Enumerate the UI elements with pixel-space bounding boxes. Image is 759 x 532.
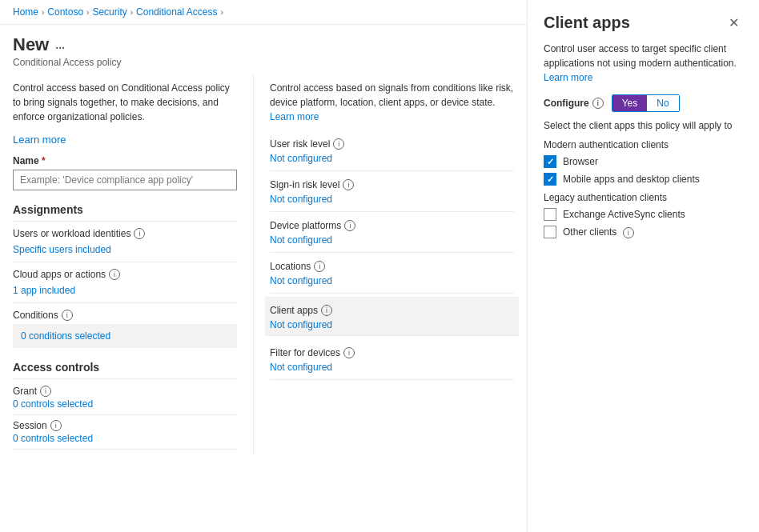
breadcrumb: Home › Contoso › Security › Conditional … <box>0 0 527 25</box>
sign-in-value[interactable]: Not configured <box>270 192 514 206</box>
sign-in-info-icon[interactable]: i <box>343 179 354 190</box>
page-header: New ... Conditional Access policy <box>0 25 527 74</box>
configure-row: Configure i Yes No <box>544 94 743 112</box>
cloud-apps-section: Cloud apps or actions i 1 app included <box>13 269 237 303</box>
left-column: Control access based on Conditional Acce… <box>13 74 253 454</box>
sign-in-label-text: Sign-in risk level <box>270 179 339 190</box>
device-platforms-row: Device platforms i Not configured <box>270 215 514 253</box>
cloud-value[interactable]: 1 app included <box>13 282 237 303</box>
users-info-icon[interactable]: i <box>134 228 145 239</box>
mobile-apps-checkbox[interactable] <box>544 173 556 186</box>
user-risk-info-icon[interactable]: i <box>333 138 344 150</box>
grant-row: Grant i 0 controls selected <box>13 386 237 415</box>
locations-label-text: Locations <box>270 261 311 272</box>
exchange-checkbox[interactable] <box>544 208 556 221</box>
mobile-apps-label: Mobile apps and desktop clients <box>563 174 700 185</box>
breadcrumb-sep-1: › <box>42 8 44 17</box>
apply-text: Select the client apps this policy will … <box>544 120 743 131</box>
configure-info-icon[interactable]: i <box>592 98 604 109</box>
device-platforms-label-text: Device platforms <box>270 220 341 231</box>
toggle-yes[interactable]: Yes <box>612 95 648 111</box>
device-platforms-value[interactable]: Not configured <box>270 233 514 247</box>
filter-label-text: Filter for devices <box>270 347 340 358</box>
checkbox-mobile-apps: Mobile apps and desktop clients <box>544 173 743 186</box>
breadcrumb-sep-2: › <box>86 8 89 17</box>
legacy-auth-group: Legacy authentication clients Exchange A… <box>544 192 743 238</box>
right-desc-text: Control access based on signals from con… <box>270 82 513 108</box>
filter-value[interactable]: Not configured <box>270 360 514 374</box>
legacy-auth-title: Legacy authentication clients <box>544 192 743 203</box>
conditions-value[interactable]: 0 conditions selected <box>21 330 229 342</box>
content-area: Control access based on Conditional Acce… <box>0 74 527 454</box>
locations-row: Locations i Not configured <box>270 256 514 294</box>
client-apps-label: Client apps i <box>270 300 514 316</box>
conditions-info-icon[interactable]: i <box>62 310 73 321</box>
locations-value[interactable]: Not configured <box>270 274 514 288</box>
device-platforms-label: Device platforms i <box>270 215 514 231</box>
assignments-header: Assignments <box>13 203 237 222</box>
panel-description: Control user access to target specific c… <box>544 42 743 85</box>
breadcrumb-home[interactable]: Home <box>13 6 38 18</box>
client-apps-panel: Client apps ✕ Control user access to tar… <box>527 0 759 532</box>
name-required-indicator: * <box>42 155 46 166</box>
checkbox-exchange: Exchange ActiveSync clients <box>544 208 743 221</box>
close-button[interactable]: ✕ <box>724 13 743 32</box>
name-label-text: Name <box>13 155 39 166</box>
page-title: New ... <box>13 34 514 55</box>
grant-info-icon[interactable]: i <box>40 386 51 397</box>
users-label: Users or workload identities i <box>13 228 237 239</box>
locations-label: Locations i <box>270 256 514 272</box>
grant-label-text: Grant <box>13 386 37 397</box>
session-label: Session i <box>13 420 237 431</box>
title-ellipsis[interactable]: ... <box>55 38 65 51</box>
client-apps-value[interactable]: Not configured <box>270 318 514 332</box>
client-apps-label-text: Client apps <box>270 305 318 316</box>
browser-label: Browser <box>563 156 598 167</box>
cloud-label-text: Cloud apps or actions <box>13 269 106 280</box>
right-description: Control access based on signals from con… <box>270 81 514 124</box>
session-info-icon[interactable]: i <box>50 420 62 431</box>
cloud-info-icon[interactable]: i <box>109 269 120 280</box>
conditions-box: 0 conditions selected <box>13 324 237 348</box>
user-risk-row: User risk level i Not configured <box>270 134 514 171</box>
left-learn-more[interactable]: Learn more <box>13 134 66 146</box>
client-apps-info-icon[interactable]: i <box>321 305 332 316</box>
breadcrumb-conditional-access[interactable]: Conditional Access <box>136 6 217 18</box>
toggle-no[interactable]: No <box>647 95 678 111</box>
filter-devices-row: Filter for devices i Not configured <box>270 342 514 380</box>
device-platforms-info-icon[interactable]: i <box>344 220 355 231</box>
modern-auth-title: Modern authentication clients <box>544 139 743 150</box>
configure-label: Configure i <box>544 98 604 109</box>
filter-info-icon[interactable]: i <box>343 347 355 358</box>
other-clients-checkbox[interactable] <box>544 226 556 238</box>
sign-in-risk-row: Sign-in risk level i Not configured <box>270 174 514 212</box>
panel-header: Client apps ✕ <box>544 13 743 32</box>
other-clients-info-icon[interactable]: i <box>623 227 634 238</box>
right-column: Control access based on signals from con… <box>253 74 514 454</box>
name-input[interactable] <box>13 170 237 190</box>
session-value[interactable]: 0 controls selected <box>13 433 237 450</box>
other-clients-label-text: Other clients <box>563 226 616 238</box>
users-section: Users or workload identities i Specific … <box>13 228 237 262</box>
breadcrumb-security[interactable]: Security <box>92 6 127 18</box>
name-label: Name * <box>13 155 237 166</box>
exchange-label: Exchange ActiveSync clients <box>563 209 685 220</box>
checkbox-browser: Browser <box>544 155 743 168</box>
panel-learn-more[interactable]: Learn more <box>544 72 592 83</box>
breadcrumb-contoso[interactable]: Contoso <box>47 6 83 18</box>
grant-label: Grant i <box>13 386 237 397</box>
locations-info-icon[interactable]: i <box>314 261 325 272</box>
modern-auth-group: Modern authentication clients Browser Mo… <box>544 139 743 186</box>
access-section: Grant i 0 controls selected Session i 0 … <box>13 386 237 450</box>
panel-desc-text: Control user access to target specific c… <box>544 43 737 69</box>
user-risk-label-text: User risk level <box>270 138 330 150</box>
users-value[interactable]: Specific users included <box>13 241 237 262</box>
browser-checkbox[interactable] <box>544 155 556 168</box>
grant-value[interactable]: 0 controls selected <box>13 398 237 415</box>
user-risk-value[interactable]: Not configured <box>270 151 514 166</box>
right-learn-more[interactable]: Learn more <box>270 111 319 122</box>
conditions-label: Conditions i <box>13 310 237 321</box>
sign-in-label: Sign-in risk level i <box>270 174 514 190</box>
users-label-text: Users or workload identities <box>13 228 131 239</box>
breadcrumb-sep-3: › <box>131 8 133 17</box>
